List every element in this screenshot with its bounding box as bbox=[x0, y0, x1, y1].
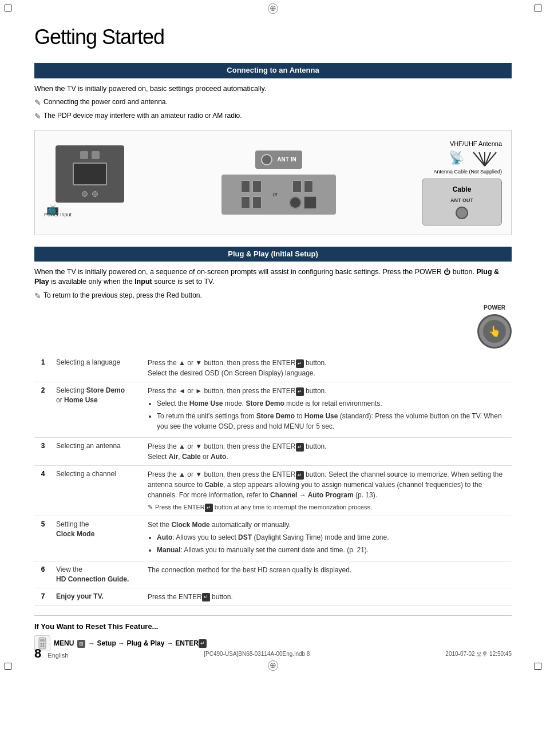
step-label-2: Selecting Store Demoor Home Use bbox=[52, 382, 143, 438]
tv-btn-2 bbox=[92, 151, 100, 159]
power-sym: ⏻ bbox=[444, 268, 452, 276]
note-icon-1: ✎ bbox=[34, 97, 41, 109]
cable-box-title: Cable bbox=[432, 185, 492, 195]
note-icon-2: ✎ bbox=[34, 111, 41, 122]
svg-line-1 bbox=[479, 152, 485, 166]
step-row-6: 6 View theHD Connection Guide. The conne… bbox=[34, 561, 512, 588]
tv-device: 📺 Power Input bbox=[44, 145, 136, 220]
step-row-5: 5 Setting theClock Mode Set the Clock Mo… bbox=[34, 516, 512, 561]
page-title: Getting Started bbox=[34, 23, 512, 52]
svg-line-4 bbox=[485, 152, 496, 166]
page-footer: 8 English [PC490-USA]BN68-03114A-00Eng.i… bbox=[34, 645, 512, 663]
svg-line-0 bbox=[473, 152, 485, 166]
step-desc-1: Press the ▲ or ▼ button, then press the … bbox=[143, 354, 512, 382]
svg-point-8 bbox=[43, 643, 45, 645]
step4-note: ✎ Press the ENTER↵ button at any time to… bbox=[148, 502, 507, 512]
enter-sym-4: ↵ bbox=[296, 471, 304, 480]
step-num-7: 7 bbox=[34, 588, 52, 605]
plug-play-intro: When the TV is initially powered on, a s… bbox=[34, 267, 512, 287]
step-num-2: 2 bbox=[34, 382, 52, 438]
step-label-6: View theHD Connection Guide. bbox=[52, 561, 143, 588]
step-row-3: 3 Selecting an antenna Press the ▲ or ▼ … bbox=[34, 438, 512, 466]
corner-mark-br bbox=[535, 663, 541, 670]
svg-rect-6 bbox=[40, 639, 45, 642]
antenna-note-2: ✎ The PDP device may interfere with an a… bbox=[34, 111, 512, 122]
or-text: or bbox=[273, 191, 278, 199]
ant-in-box: ANT IN bbox=[255, 151, 302, 169]
enter-sym-1: ↵ bbox=[296, 359, 304, 369]
note-icon-pp: ✎ bbox=[34, 291, 41, 302]
connector-body: or bbox=[221, 175, 336, 215]
power-button-illustration: POWER 👆 bbox=[477, 304, 512, 349]
step-desc-6: The connection method for the best HD sc… bbox=[143, 561, 512, 588]
page-num: 8 bbox=[34, 646, 41, 660]
footer-file-info: [PC490-USA]BN68-03114A-00Eng.indb 8 bbox=[204, 650, 310, 658]
step-desc-7: Press the ENTER↵ button. bbox=[143, 588, 512, 605]
antenna-symbol: 📡 bbox=[422, 150, 502, 167]
svg-line-3 bbox=[485, 152, 490, 166]
step-desc-2: Press the ◄ or ► button, then press the … bbox=[143, 382, 512, 438]
step-num-4: 4 bbox=[34, 466, 52, 516]
step-label-4: Selecting a channel bbox=[52, 466, 143, 516]
enter-sym-4b: ↵ bbox=[205, 504, 213, 513]
step-label-5: Setting theClock Mode bbox=[52, 516, 143, 561]
enter-sym-2: ↵ bbox=[296, 387, 304, 397]
section-antenna: Connecting to an Antenna When the TV is … bbox=[34, 63, 512, 235]
ant-circle bbox=[261, 154, 272, 165]
connector-section: ANT IN or bbox=[141, 145, 416, 220]
step-label-3: Selecting an antenna bbox=[52, 438, 143, 466]
corner-mark-bl bbox=[5, 663, 11, 670]
power-btn-inner: 👆 bbox=[482, 319, 507, 344]
section-plug-play: Plug & Play (Initial Setup) When the TV … bbox=[34, 247, 512, 651]
cable-port bbox=[456, 207, 468, 219]
corner-mark-tr bbox=[535, 5, 541, 11]
finger-icon: 👆 bbox=[488, 324, 501, 339]
note-icon-4: ✎ bbox=[148, 502, 153, 512]
top-center-mark bbox=[268, 3, 278, 14]
section-antenna-header: Connecting to an Antenna bbox=[34, 63, 512, 78]
step-num-5: 5 bbox=[34, 516, 52, 561]
step-row-7: 7 Enjoy your TV. Press the ENTER↵ button… bbox=[34, 588, 512, 605]
setup-table: 1 Selecting a language Press the ▲ or ▼ … bbox=[34, 354, 512, 605]
step-desc-4: Press the ▲ or ▼ button, then press the … bbox=[143, 466, 512, 516]
enter-sym-3: ↵ bbox=[296, 443, 304, 452]
tv-btn-1 bbox=[80, 151, 88, 159]
antenna-intro: When the TV is initially powered on, bas… bbox=[34, 84, 512, 94]
step-num-6: 6 bbox=[34, 561, 52, 588]
footer-left: 8 English bbox=[34, 645, 68, 663]
step-row-1: 1 Selecting a language Press the ▲ or ▼ … bbox=[34, 354, 512, 382]
footer-lang: English bbox=[48, 652, 68, 659]
antenna-svg bbox=[468, 150, 502, 167]
step-desc-5: Set the Clock Mode automatically or manu… bbox=[143, 516, 512, 561]
step-num-1: 1 bbox=[34, 354, 52, 382]
antenna-note-1: ✎ Connecting the power cord and antenna. bbox=[34, 97, 512, 109]
reset-title: If You Want to Reset This Feature... bbox=[34, 622, 512, 632]
step-label-1: Selecting a language bbox=[52, 354, 143, 382]
section-plug-play-header: Plug & Play (Initial Setup) bbox=[34, 247, 512, 262]
cable-box: Cable ANT OUT bbox=[422, 179, 502, 225]
ant-out-label: ANT OUT bbox=[432, 197, 492, 204]
corner-mark-tl bbox=[5, 5, 11, 11]
ant-in-label: ANT IN bbox=[277, 156, 296, 164]
footer-date: 2010-07-02 오후 12:50:45 bbox=[445, 650, 512, 658]
cable-section: VHF/UHF Antenna 📡 Antenna Cable (Not Sup… bbox=[422, 140, 502, 225]
enter-sym-7: ↵ bbox=[202, 593, 210, 602]
power-btn-circle: 👆 bbox=[477, 314, 512, 349]
step-row-4: 4 Selecting a channel Press the ▲ or ▼ b… bbox=[34, 466, 512, 516]
step-row-2: 2 Selecting Store Demoor Home Use Press … bbox=[34, 382, 512, 438]
svg-point-7 bbox=[41, 643, 42, 645]
tv-screen-area bbox=[73, 163, 107, 185]
antenna-cable-label: Antenna Cable (Not Supplied) bbox=[422, 168, 502, 176]
step-label-7: Enjoy your TV. bbox=[52, 588, 143, 605]
vhf-label: VHF/UHF Antenna bbox=[422, 140, 502, 148]
step-num-3: 3 bbox=[34, 438, 52, 466]
step-desc-3: Press the ▲ or ▼ button, then press the … bbox=[143, 438, 512, 466]
antenna-diagram: 📺 Power Input ANT IN bbox=[34, 130, 512, 235]
power-label: POWER bbox=[477, 304, 512, 312]
plug-play-note: ✎ To return to the previous step, press … bbox=[34, 291, 512, 302]
power-input-label: Power Input bbox=[44, 211, 72, 219]
